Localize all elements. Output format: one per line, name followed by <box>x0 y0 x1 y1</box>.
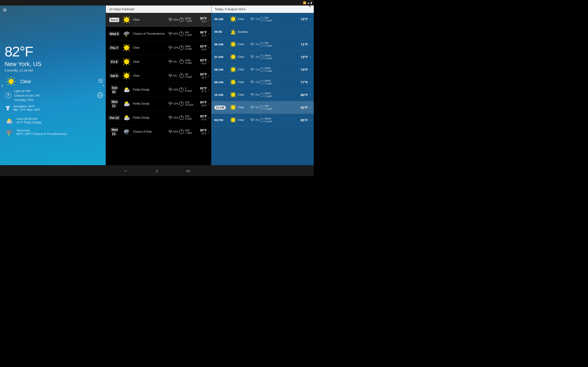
hourly-arrow: › <box>310 105 311 109</box>
hourly-list[interactable]: 05:AM Clear 1% 2 <box>212 13 314 165</box>
wind-text: Light air NW <box>14 89 40 93</box>
hourly-item[interactable]: 06:AM Clear 1% 2 <box>212 38 314 51</box>
hourly-item[interactable]: 05:AM Clear 1% 2 <box>212 13 314 25</box>
hourly-item[interactable]: 08:AM Clear 1% 2 <box>212 63 314 76</box>
svg-line-67 <box>124 64 125 65</box>
hourly-rain-pct: 0% <box>255 93 259 96</box>
forecast-day-name: Fri 8 <box>110 60 118 64</box>
forecast-item[interactable]: Mon 11 Partly Cloudy 10% 2 ESE10 mp/h 84… <box>106 97 211 111</box>
forecast-icon <box>121 15 132 25</box>
svg-rect-9 <box>98 79 103 80</box>
svg-line-32 <box>128 22 130 23</box>
svg-line-54 <box>124 50 125 51</box>
svg-line-66 <box>128 59 130 60</box>
hourly-time: 08:AM <box>214 68 229 71</box>
svg-point-40 <box>124 32 127 35</box>
globe-icon[interactable] <box>97 92 103 99</box>
hourly-temp: 72°F <box>282 17 308 21</box>
home-button[interactable]: ⌂ <box>156 168 158 173</box>
hourly-item[interactable]: 00:PM Clear 0% 2 <box>212 114 314 126</box>
hourly-arrow: › <box>310 42 311 46</box>
hourly-item[interactable]: 07:AM Clear 1% 2 <box>212 51 314 63</box>
forecast-item[interactable]: Wed 6 Chance of Thunderstorms 60% 2 NW6 … <box>106 27 211 41</box>
svg-line-110 <box>128 133 128 134</box>
nav-right-arrow[interactable]: › <box>103 82 104 88</box>
forecast-condition: Partly Cloudy <box>133 102 168 105</box>
nav-bar: ← ⌂ ▭ <box>0 165 314 176</box>
sunrise-item[interactable]: 05:56 Sunrise › <box>212 25 314 38</box>
forecast-wind: 2 NNW9 mp/h <box>179 45 195 50</box>
tomorrow-forecast-text: Tomorrow 66°F / 86°F Chance of Thunderst… <box>17 129 67 135</box>
svg-line-193 <box>231 92 232 93</box>
hourly-time-text: 08:AM <box>214 68 223 71</box>
recent-button[interactable]: ▭ <box>186 168 190 173</box>
forecast-day-name: Sat 9 <box>109 74 119 78</box>
forecast-day-name: Mon 11 <box>111 100 118 108</box>
hourly-time: 00:PM <box>214 118 229 122</box>
forecast-icon <box>121 71 132 81</box>
sensation-row: Sensation: 84°F Min: 70°F Max: 90°F <box>5 105 103 111</box>
forecast-temps: 84°F 68°F <box>195 100 207 107</box>
current-weather-icon <box>6 76 16 86</box>
svg-point-24 <box>6 131 10 134</box>
forecast-day-name: Wed 13 <box>111 127 118 136</box>
hourly-icon <box>229 77 238 87</box>
wind-info: ESE9 mp/h <box>185 115 192 120</box>
forecast-temps: 86°F 66°F <box>195 31 207 37</box>
svg-line-155 <box>235 58 236 60</box>
temp-low: 68°F <box>195 104 207 107</box>
wind-detail-texts: Light air NW Chance of rain: 0% Humidity… <box>14 89 40 102</box>
settings-icon[interactable]: ⚙ <box>3 7 7 13</box>
hourly-item[interactable]: 11:AM Clear 0% 2 <box>212 101 314 114</box>
hourly-condition: Clear <box>238 106 250 109</box>
forecast-wind: 2 ESE10 mp/h <box>179 101 195 106</box>
forecast-item[interactable]: Tue 12 Partly Cloudy 20% 2 ESE9 mp/h 83°… <box>106 111 211 125</box>
forecast-day-name: Wed 6 <box>109 32 120 36</box>
temp-high: 82°F <box>195 86 207 90</box>
forecast-rain: 10% <box>168 102 179 106</box>
forecast-arrow: › <box>208 46 209 50</box>
forecast-icon <box>121 113 132 123</box>
hourly-time: 09:AM <box>214 81 229 84</box>
forecast-item[interactable]: Sat 9 Clear 0% 2 NE6 mp/h <box>106 69 211 83</box>
forecast-condition: Clear <box>133 60 168 63</box>
sunrise-arrow: › <box>310 30 311 34</box>
condition-row: Clear <box>5 76 103 86</box>
forecast-item[interactable]: Tue 5 Clear 20% 2 WSW7 mp/h <box>106 13 211 27</box>
rain-chance: Chance of rain: 0% <box>14 93 40 98</box>
left-panel: ⚙ ‹ › 82°F New York, US Currently: 11:34… <box>0 6 106 165</box>
temp-low: 70°F <box>195 20 207 23</box>
forecast-item[interactable]: Fri 8 Clear 0% 2 NNW8 mp/h <box>106 55 211 69</box>
forecast-item[interactable]: Sun 10 Partly Cloudy 20% 2 E8 mp/h 82°F … <box>106 83 211 97</box>
svg-line-141 <box>231 42 232 43</box>
forecast-arrow: › <box>208 130 209 134</box>
svg-point-149 <box>231 55 235 59</box>
back-button[interactable]: ← <box>123 168 128 173</box>
svg-point-214 <box>231 118 235 122</box>
hourly-item[interactable]: 10:AM Clear 0% 2 <box>212 89 314 101</box>
hourly-panel: Today, 5 August 2014 05:AM Clear 1% <box>211 6 314 165</box>
rain-percent: 10% <box>173 46 179 49</box>
forecast-item[interactable]: Thu 7 Clear 10% 2 NNW9 mp/h <box>106 41 211 55</box>
forecast-list[interactable]: Tue 5 Clear 20% 2 WSW7 mp/h <box>106 13 211 165</box>
svg-point-0 <box>9 79 14 84</box>
nav-left-arrow[interactable]: ‹ <box>1 82 3 89</box>
svg-line-206 <box>231 105 232 106</box>
forecast-day-label: Thu 7 <box>108 46 120 50</box>
forecast-rain: 20% <box>168 88 179 92</box>
condition-text: Clear <box>20 79 31 84</box>
forecast-temps: 80°F 65°F <box>195 128 207 135</box>
svg-line-34 <box>124 22 125 23</box>
forecast-icon <box>121 29 132 39</box>
wind-detail-row: Light air NW Chance of rain: 0% Humidity… <box>5 89 103 102</box>
hourly-wind-icon: 2 <box>259 92 265 98</box>
forecast-rain: 10% <box>168 46 179 50</box>
forecast-day-selected: Tue 5 <box>109 18 119 22</box>
hourly-wind-icon: 2 <box>259 54 265 60</box>
forecast-item[interactable]: Wed 13 Chance of Rain 60% 2 ENE7 mp/h 80… <box>106 125 211 139</box>
svg-point-22 <box>7 121 10 123</box>
temp-high: 84°F <box>195 73 207 76</box>
forecast-arrow: › <box>208 116 209 120</box>
hourly-item[interactable]: 09:AM Clear 1% 2 <box>212 76 314 89</box>
hourly-temp: 85°F <box>282 118 308 122</box>
